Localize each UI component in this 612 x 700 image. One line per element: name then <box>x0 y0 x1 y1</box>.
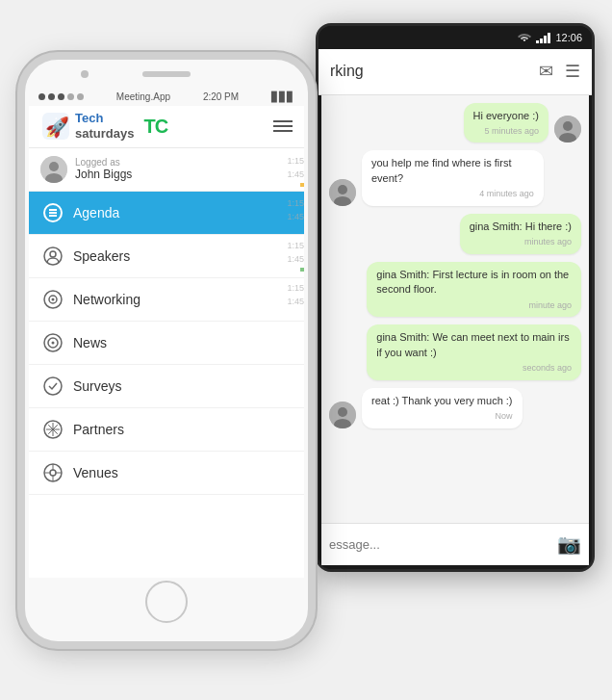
menu-item-news[interactable]: News <box>29 322 304 365</box>
hamburger-button[interactable] <box>273 120 293 132</box>
user-name-label: John Biggs <box>75 168 132 181</box>
iphone-time: 2:20 PM <box>203 91 239 102</box>
svg-point-36 <box>338 407 347 417</box>
chat-message-2: you help me find where is first event? 4… <box>329 150 544 205</box>
chat-bubble-2: you help me find where is first event? 4… <box>362 150 544 205</box>
saturdays-label: saturdays <box>75 126 134 141</box>
android-nav-bar: △ ○ □ <box>319 565 592 572</box>
surveys-label: Surveys <box>73 378 122 394</box>
chat-bubble-text-4: gina Smith: First lecture is in room on … <box>367 262 581 317</box>
signal-bar-1 <box>536 40 539 43</box>
hamburger-line-2 <box>273 125 293 127</box>
iphone-battery: ▊▊▊ <box>271 91 294 102</box>
chat-bubble-text-6: reat :) Thank you very much :) Now <box>362 388 523 428</box>
user-avatar <box>40 156 67 183</box>
android-status-icons: 12:06 <box>518 32 582 43</box>
chat-message-4: gina Smith: First lecture is in room on … <box>367 262 581 317</box>
wifi-icon <box>518 32 531 43</box>
hamburger-line-1 <box>273 120 293 122</box>
signal-bar-2 <box>540 39 543 43</box>
signal-dot-3 <box>58 93 64 100</box>
chat-message-5: gina Smith: We can meet next to main irs… <box>367 324 581 379</box>
agenda-icon <box>42 202 64 223</box>
chat-bubble-3: gina Smith: Hi there :) minutes ago <box>460 214 581 254</box>
signal-dot-5 <box>77 93 84 100</box>
menu-item-surveys[interactable]: Surveys <box>29 365 304 408</box>
chat-area: Hi everyone :) 5 minutes ago <box>321 95 589 523</box>
svg-point-13 <box>52 298 55 300</box>
partners-icon <box>42 419 64 440</box>
menu-icon[interactable]: ☰ <box>565 61 580 82</box>
chat-bubble-1: Hi everyone :) 5 minutes ago <box>464 103 548 143</box>
partners-label: Partners <box>73 422 124 437</box>
rocket-icon: 🚀 <box>40 111 71 142</box>
android-screen: Hi everyone :) 5 minutes ago <box>321 95 589 565</box>
news-label: News <box>73 335 107 350</box>
android-app-title: rking <box>330 63 364 80</box>
svg-point-33 <box>338 185 347 194</box>
android-top-icons: ✉ ☰ <box>539 61 580 82</box>
svg-point-3 <box>49 162 59 171</box>
chat-bubble-text-2: you help me find where is first event? 4… <box>362 150 544 205</box>
news-icon <box>42 332 64 353</box>
chat-avatar-1 <box>554 116 581 143</box>
venues-icon <box>42 462 64 483</box>
svg-text:🚀: 🚀 <box>45 116 69 139</box>
android-message-input[interactable] <box>329 537 549 552</box>
hamburger-line-3 <box>273 130 293 132</box>
android-time: 12:06 <box>555 32 582 43</box>
svg-point-10 <box>50 251 56 257</box>
iphone-screen: 🚀 Tech saturdays TC <box>29 106 304 578</box>
scene: Meeting.App 2:20 PM ▊▊▊ 🚀 Tech saturdays <box>17 23 595 678</box>
send-icon[interactable]: 📷 <box>557 532 581 556</box>
brand-name: Tech saturdays <box>75 111 134 141</box>
chat-bubble-text-1: Hi everyone :) 5 minutes ago <box>464 103 548 143</box>
chat-bubble-text-5: gina Smith: We can meet next to main irs… <box>367 324 581 379</box>
iphone-nav-bar: 🚀 Tech saturdays TC <box>29 106 304 148</box>
svg-point-24 <box>50 470 56 476</box>
iphone-device: Meeting.App 2:20 PM ▊▊▊ 🚀 Tech saturdays <box>17 52 316 649</box>
iphone-status-bar: Meeting.App 2:20 PM ▊▊▊ <box>25 89 308 106</box>
svg-point-16 <box>52 341 55 344</box>
tc-logo: TC <box>143 116 167 138</box>
home-button[interactable] <box>145 581 188 623</box>
iphone-top-bar <box>25 60 308 89</box>
signal-dot-2 <box>48 93 55 100</box>
signal-bar-4 <box>548 33 550 43</box>
networking-icon <box>42 289 64 310</box>
signal-dot-1 <box>38 93 45 100</box>
android-top-bar: rking ✉ ☰ <box>319 49 592 95</box>
iphone-app-name: Meeting.App <box>116 91 170 102</box>
user-info: Logged as John Biggs <box>75 157 132 181</box>
iphone-speaker <box>142 71 191 77</box>
iphone-home-indicator <box>25 578 308 626</box>
chat-bubble-5: gina Smith: We can meet next to main irs… <box>367 324 581 379</box>
android-device: 12:06 rking ✉ ☰ <box>316 23 595 572</box>
android-status-bar: 12:06 <box>319 26 592 49</box>
agenda-label: Agenda <box>73 205 119 220</box>
signal-dot-4 <box>67 93 74 100</box>
agenda-timeline: 1:15 1:45 1:15 1:45 1:15 1:45 1:15 1:45 <box>260 156 304 306</box>
iphone-camera <box>81 70 89 78</box>
tech-label: Tech <box>75 111 103 125</box>
menu-item-partners[interactable]: Partners <box>29 408 304 452</box>
chat-bubble-text-3: gina Smith: Hi there :) minutes ago <box>460 214 581 254</box>
chat-avatar-6 <box>329 402 356 428</box>
speakers-icon <box>42 246 64 267</box>
chat-avatar-2 <box>329 179 356 206</box>
svg-point-17 <box>44 377 62 395</box>
chat-bubble-6: reat :) Thank you very much :) Now <box>362 388 523 428</box>
surveys-icon <box>42 376 64 397</box>
networking-label: Networking <box>73 292 140 307</box>
menu-item-venues[interactable]: Venues <box>29 452 304 495</box>
signal-dots <box>38 93 84 100</box>
chat-bubble-4: gina Smith: First lecture is in room on … <box>367 262 581 317</box>
android-input-bar: 📷 <box>321 523 589 565</box>
chat-message-1: Hi everyone :) 5 minutes ago <box>464 103 581 143</box>
chat-message-3: gina Smith: Hi there :) minutes ago <box>460 214 581 254</box>
logged-as-label: Logged as <box>75 157 132 168</box>
chat-message-6: reat :) Thank you very much :) Now <box>329 388 523 428</box>
venues-label: Venues <box>73 465 118 480</box>
email-icon[interactable]: ✉ <box>539 61 553 82</box>
logo-area: 🚀 Tech saturdays TC <box>40 111 167 142</box>
